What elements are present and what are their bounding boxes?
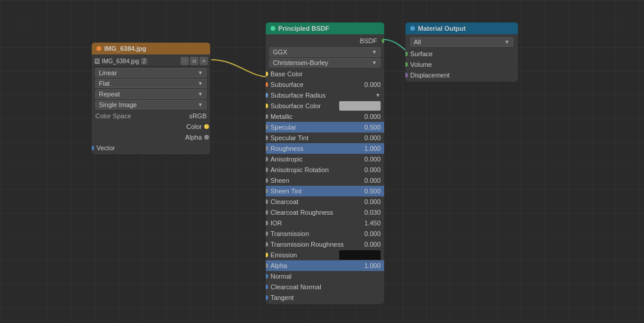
img-node-toolbar: 🖼 IMG_6384.jpg 2 ♡ ⊟ ✕ [92, 56, 210, 67]
img-alpha-output-socket[interactable] [204, 135, 209, 140]
img-ext-arrow: ▼ [198, 91, 203, 97]
bsdf-sheentint-row: Sheen Tint 0.500 [266, 186, 384, 196]
bsdf-roughness-row: Roughness 1.000 [266, 143, 384, 154]
img-color-output-label: Color [92, 123, 204, 130]
matout-volume-socket[interactable] [405, 62, 408, 67]
bsdf-dist-label: GGX [273, 49, 372, 56]
img-source-dropdown[interactable]: Single Image ▼ [95, 100, 207, 109]
bsdf-dist-dropdown[interactable]: GGX ▼ [269, 47, 381, 57]
bsdf-transmission-value: 0.000 [364, 230, 381, 237]
bsdf-emission-strip[interactable] [339, 250, 381, 260]
bsdf-sss-label: Christensen-Burley [273, 59, 372, 66]
bsdf-sheen-value: 0.000 [364, 177, 381, 184]
img-toolbar-icon-3[interactable]: ✕ [199, 57, 208, 65]
bsdf-clearcoatrough-row: Clearcoat Roughness 0.030 [266, 207, 384, 218]
bsdf-ssradius-socket[interactable] [266, 93, 268, 98]
bsdf-sscolor-row: Subsurface Color [266, 101, 384, 111]
img-node-filename[interactable]: IMG_6384.jpg [102, 58, 139, 64]
matout-volume-row: Volume [405, 59, 518, 70]
bsdf-ior-row: IOR 1.450 [266, 218, 384, 228]
bsdf-alpha-label: Alpha [271, 262, 362, 269]
matout-displacement-row: Displacement [405, 70, 518, 80]
bsdf-sheen-socket[interactable] [266, 178, 268, 183]
matout-all-dropdown[interactable]: All ▼ [410, 37, 513, 47]
matout-volume-label: Volume [410, 61, 514, 68]
img-node-header[interactable]: IMG_6384.jpg [92, 43, 210, 54]
bsdf-clearcoatrough-socket[interactable] [266, 210, 268, 215]
bsdf-alpha-socket[interactable] [266, 263, 268, 268]
img-interp-dropdown[interactable]: Linear ▼ [95, 68, 207, 77]
bsdf-clearcoat-socket[interactable] [266, 199, 268, 204]
img-toolbar-icon-1[interactable]: ♡ [181, 57, 189, 65]
bsdf-anisotropicrot-row: Anisotropic Rotation 0.000 [266, 164, 384, 175]
bsdf-normal-socket[interactable] [266, 274, 268, 279]
bsdf-metallic-value: 0.000 [364, 113, 381, 120]
bsdf-speculartint-row: Specular Tint 0.000 [266, 133, 384, 143]
bsdf-node-header[interactable]: Principled BSDF [266, 22, 384, 34]
img-alpha-output-label: Alpha [92, 134, 204, 141]
bsdf-anisotropic-row: Anisotropic 0.000 [266, 154, 384, 164]
bsdf-roughness-socket[interactable] [266, 146, 268, 151]
bsdf-output-socket[interactable] [382, 38, 384, 43]
bsdf-metallic-socket[interactable] [266, 114, 268, 119]
img-proj-dropdown[interactable]: Flat ▼ [95, 79, 207, 88]
bsdf-sss-dropdown[interactable]: Christensen-Burley ▼ [269, 58, 381, 67]
img-node-body: 🖼 IMG_6384.jpg 2 ♡ ⊟ ✕ Linear ▼ Flat ▼ R… [92, 54, 210, 154]
bsdf-transrough-row: Transmission Roughness 0.000 [266, 239, 384, 250]
bsdf-subsurface-label: Subsurface [271, 81, 362, 88]
img-node-header-dot [96, 46, 101, 51]
bsdf-anisotropicrot-label: Anisotropic Rotation [271, 166, 362, 173]
bsdf-sheen-row: Sheen 0.000 [266, 175, 384, 186]
bsdf-sscolor-strip[interactable] [339, 101, 381, 111]
bsdf-ior-value: 1.450 [364, 219, 381, 227]
bsdf-ior-socket[interactable] [266, 221, 268, 225]
img-ext-label: Repeat [99, 91, 198, 98]
bsdf-subsurface-socket[interactable] [266, 82, 268, 87]
img-source-arrow: ▼ [198, 102, 203, 108]
bsdf-alpha-value: 1.000 [364, 262, 381, 269]
bsdf-node-title: Principled BSDF [278, 25, 329, 32]
bsdf-speculartint-socket[interactable] [266, 135, 268, 140]
img-interp-arrow: ▼ [198, 70, 203, 76]
img-colorspace-label: Color Space [95, 112, 189, 119]
bsdf-ssradius-label: Subsurface Radius [271, 92, 375, 99]
bsdf-roughness-value: 1.000 [364, 145, 381, 152]
bsdf-speculartint-label: Specular Tint [271, 134, 362, 141]
img-icon: 🖼 [94, 58, 100, 64]
matout-node-header[interactable]: Material Output [405, 22, 518, 34]
matout-displacement-label: Displacement [410, 72, 514, 79]
bsdf-specular-socket[interactable] [266, 125, 268, 130]
bsdf-anisotropic-socket[interactable] [266, 157, 268, 162]
bsdf-clearcoatnormal-row: Clearcoat Normal [266, 282, 384, 292]
bsdf-tangent-socket[interactable] [266, 295, 268, 300]
bsdf-emission-socket[interactable] [266, 253, 268, 257]
bsdf-tangent-label: Tangent [271, 294, 381, 301]
matout-surface-socket[interactable] [405, 51, 408, 56]
bsdf-transmission-label: Transmission [271, 230, 362, 237]
img-toolbar-icon-2[interactable]: ⊟ [190, 57, 198, 65]
img-color-output-row: Color [92, 121, 210, 132]
bsdf-output-label: BSDF [360, 37, 377, 44]
bsdf-alpha-row: Alpha 1.000 [266, 260, 384, 271]
bsdf-basecolor-label: Base Color [271, 70, 381, 77]
bsdf-clearcoatrough-value: 0.030 [364, 209, 381, 216]
img-colorspace-value: sRGB [189, 112, 207, 119]
img-ext-dropdown[interactable]: Repeat ▼ [95, 89, 207, 99]
bsdf-subsurface-row: Subsurface 0.000 [266, 79, 384, 90]
bsdf-transmission-socket[interactable] [266, 231, 268, 236]
bsdf-sheentint-socket[interactable] [266, 189, 268, 193]
matout-header-dot [410, 26, 415, 31]
img-vector-socket[interactable] [92, 146, 94, 150]
bsdf-transrough-value: 0.000 [364, 241, 381, 248]
matout-all-label: All [414, 38, 421, 46]
bsdf-sscolor-socket[interactable] [266, 104, 268, 108]
bsdf-transmission-row: Transmission 0.000 [266, 228, 384, 239]
img-proj-arrow: ▼ [198, 80, 203, 86]
bsdf-anisotropic-value: 0.000 [364, 156, 381, 163]
bsdf-clearcoatnormal-socket[interactable] [266, 285, 268, 289]
bsdf-transrough-socket[interactable] [266, 242, 268, 247]
bsdf-anisotropicrot-socket[interactable] [266, 167, 268, 172]
bsdf-basecolor-socket[interactable] [266, 72, 268, 76]
matout-displacement-socket[interactable] [405, 73, 408, 77]
img-color-output-socket[interactable] [204, 124, 209, 129]
